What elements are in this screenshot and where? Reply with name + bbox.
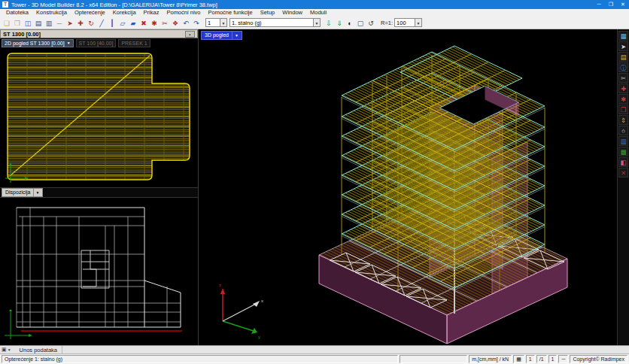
burst-icon[interactable]: ✱ — [618, 94, 628, 104]
menu-item-konstrukcija[interactable]: Konstrukcija — [32, 9, 71, 17]
ruler-toggle-icon[interactable]: ─ — [558, 355, 568, 363]
svg-text:y: y — [258, 335, 260, 339]
load-case-combo[interactable] — [229, 18, 314, 27]
model-3d-viewport[interactable]: 3D pogled ▼ — [198, 29, 617, 345]
menu-item-datoteka[interactable]: Datoteka — [2, 9, 32, 17]
load-case-number-spinner[interactable] — [205, 18, 220, 27]
axis-triad-icon: x y z — [219, 283, 263, 339]
status-spare-cell — [400, 355, 467, 363]
print-icon[interactable]: ▤ — [33, 17, 44, 28]
scale-input[interactable] — [394, 18, 415, 27]
elevation-axis-icon — [5, 310, 32, 340]
rotate-tool-icon[interactable]: ↻ — [86, 17, 96, 28]
contrast-icon[interactable]: ◐ — [345, 17, 355, 28]
page-cell-sheet: 1 — [548, 355, 558, 363]
table-icon[interactable]: ▦ — [618, 31, 628, 41]
wall-tool-icon[interactable]: ▰ — [128, 17, 138, 28]
window-title: Tower - 3D Model Builder 8.2 - x64 Editi… — [11, 2, 217, 8]
zoom-icon[interactable]: ○ — [618, 126, 628, 135]
menu-item-moduli[interactable]: Moduli — [306, 9, 330, 17]
status-bar: Opterećenje 1: stalno (g) m,[cm,mm] / kN… — [0, 353, 629, 364]
open-file-icon[interactable]: ❐ — [12, 17, 23, 28]
svg-text:z: z — [219, 283, 221, 287]
elevation-view-canvas[interactable] — [0, 198, 198, 345]
cut-icon[interactable]: ✂ — [618, 73, 628, 83]
add-element-icon[interactable]: ✚ — [618, 83, 628, 93]
column-tool-icon[interactable]: ┃ — [107, 17, 117, 28]
apply-load-icon[interactable]: ⇩ — [324, 17, 334, 28]
right-tool-strip: ▦➤▤ⓘ✂✚✱❐⇕○▥▩◧✕ — [617, 29, 629, 345]
menu-item-prikaz[interactable]: Prikaz — [140, 9, 163, 17]
save-file-icon[interactable]: ◫ — [23, 17, 33, 28]
menu-item-setup[interactable]: Setup — [257, 9, 279, 17]
menu-item-pomo-ne-funkcije[interactable]: Pomoćne funkcije — [204, 9, 256, 17]
scale-label: R=1: — [381, 20, 393, 26]
marquee-icon[interactable]: ▢ — [355, 17, 366, 28]
plan-panel-title: ST 1300 [0.00] — [3, 31, 41, 38]
load-case-caret-icon[interactable]: ▼ — [314, 18, 321, 27]
delete-tool-icon[interactable]: ✖ — [138, 17, 149, 28]
menu-item-pomo-ni-nivo[interactable]: Pomoćni nivo — [163, 9, 204, 17]
undo-icon[interactable]: ↶ — [181, 17, 191, 28]
modify-tool-icon[interactable]: ✱ — [149, 17, 160, 28]
layout-selector-row: Dispozicija ▼ — [0, 187, 198, 198]
level-tab-disabled: ST 100 [40.00] — [76, 39, 117, 47]
sheets-icon[interactable]: ▥ — [618, 136, 628, 146]
plan-view-canvas[interactable] — [0, 47, 198, 187]
slab-tool-icon[interactable]: ▱ — [117, 17, 128, 28]
info-icon[interactable]: ⓘ — [618, 62, 628, 72]
regenerate-icon[interactable]: ↺ — [366, 17, 376, 28]
plan-panel-header: ST 1300 [0.00] ▪ — [0, 29, 198, 38]
close-view-icon[interactable]: ✕ — [618, 168, 628, 177]
pointer-icon[interactable]: ➤ — [618, 41, 628, 51]
menu-item-korekcija[interactable]: Korekcija — [109, 9, 140, 17]
model-3d-canvas[interactable]: x y z — [199, 29, 618, 345]
view-icons: ⇩⇓◐▢↺ — [324, 17, 376, 28]
app-window: T Tower - 3D Model Builder 8.2 - x64 Edi… — [0, 0, 629, 364]
plan-viewport[interactable] — [0, 47, 198, 187]
render-icon[interactable]: ◧ — [618, 157, 628, 167]
apply-load-all-icon[interactable]: ⇓ — [334, 17, 345, 28]
view-tab-row: 2D pogled ST 1300 [0.00] ▼ ST 100 [40.00… — [0, 38, 198, 47]
status-message: Opterećenje 1: stalno (g) — [2, 355, 398, 363]
spinner-caret-icon[interactable]: ▼ — [220, 18, 227, 27]
tools-icon[interactable]: ❖ — [170, 17, 181, 28]
view-3d-caret-icon[interactable]: ▼ — [232, 32, 239, 39]
grid-toggle-icon[interactable]: ▦ — [513, 355, 524, 363]
select-tool-icon[interactable]: ➤ — [65, 17, 75, 28]
levels-icon[interactable]: ▤ — [618, 52, 628, 62]
dispozicija-label: Dispozicija — [5, 189, 30, 196]
section-tab-disabled: PRESEK 1 — [118, 39, 150, 47]
minimize-button[interactable]: ─ — [593, 0, 605, 9]
svg-text:x: x — [261, 299, 263, 303]
print-preview-icon[interactable]: ▥ — [44, 17, 54, 28]
palette-icon[interactable]: ▩ — [618, 147, 628, 156]
redo-icon[interactable]: ↷ — [191, 17, 202, 28]
mode-caret-icon[interactable]: ▼ — [8, 347, 11, 352]
view-3d-button[interactable]: 3D pogled ▼ — [201, 31, 242, 40]
trim-tool-icon[interactable]: ✂ — [160, 17, 170, 28]
maximize-button[interactable]: ❐ — [605, 0, 617, 9]
copy-icon[interactable]: ❐ — [618, 105, 628, 114]
close-button[interactable]: ✕ — [617, 0, 629, 9]
mode-icon[interactable]: ▣ — [2, 347, 7, 353]
beam-tool-icon[interactable]: ╱ — [96, 17, 107, 28]
units-indicator[interactable]: m,[cm,mm] / kN — [469, 355, 512, 363]
view-2d-caret-icon[interactable]: ▼ — [67, 40, 71, 47]
view-2d-button[interactable]: 2D pogled ST 1300 [0.00] ▼ — [2, 39, 74, 47]
scale-caret-icon[interactable]: ▼ — [415, 18, 422, 27]
line-tool-icon[interactable]: ─ — [54, 17, 65, 28]
page-cell-total: /1 — [536, 355, 547, 363]
dispozicija-caret-icon[interactable]: ▼ — [33, 189, 39, 196]
move-tool-icon[interactable]: ✚ — [75, 17, 86, 28]
elevation-viewport[interactable] — [0, 198, 198, 345]
tab-unos-podataka[interactable]: Unos podataka — [15, 346, 62, 354]
pan-icon[interactable]: ⇕ — [618, 115, 628, 125]
dispozicija-dropdown[interactable]: Dispozicija ▼ — [2, 188, 43, 197]
new-file-icon[interactable]: ❏ — [2, 17, 12, 28]
view-3d-label: 3D pogled — [205, 32, 229, 39]
menu-item-optere-enje[interactable]: Opterećenje — [71, 9, 109, 17]
menu-item-window[interactable]: Window — [278, 9, 306, 17]
app-icon: T — [2, 2, 8, 8]
panel-menu-button[interactable]: ▪ — [185, 31, 195, 38]
